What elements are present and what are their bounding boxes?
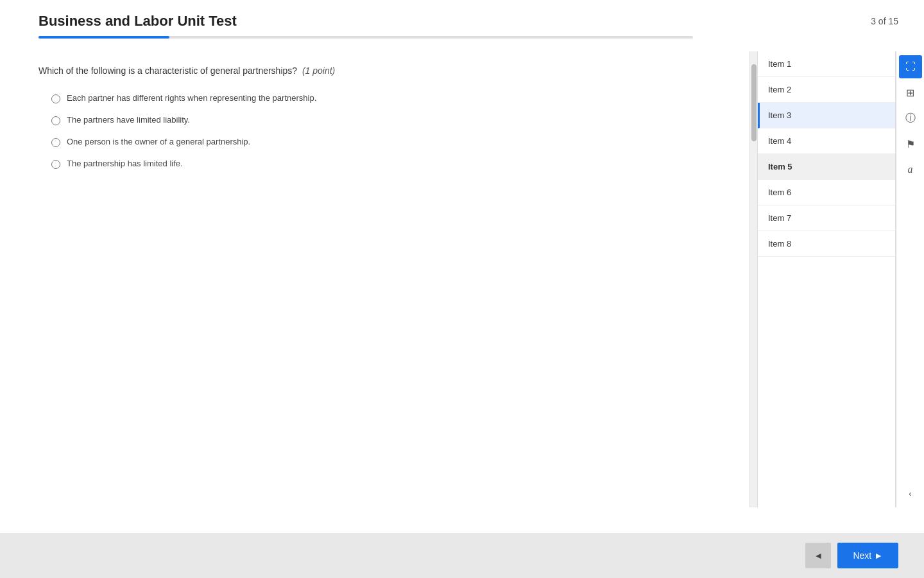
next-button[interactable]: Next ► [837,543,898,568]
scroll-thumb[interactable] [751,64,757,141]
main-content: Which of the following is a characterist… [0,51,924,507]
option-4-text: The partnership has limited life. [67,159,183,168]
progress-bar-container [38,36,693,39]
option-3-text: One person is the owner of a general par… [67,137,250,146]
item-5-label: Item 5 [768,162,792,171]
item-2-label: Item 2 [768,85,791,94]
item-7-label: Item 7 [768,213,791,223]
item-row-6[interactable]: Item 6 [758,180,895,206]
list-item: The partnership has limited life. [51,159,737,169]
items-list: Item 1 Item 2 Item 3 Item 4 Item 5 Item … [758,51,896,507]
info-circle-icon[interactable]: ⓘ [899,107,922,130]
collapse-panel-icon[interactable]: ‹ [899,482,922,505]
progress-bar-fill [38,36,169,39]
item-row-3[interactable]: Item 3 [758,103,895,128]
option-4-radio[interactable] [51,160,60,169]
list-item: The partners have limited liability. [51,115,737,125]
item-row-4[interactable]: Item 4 [758,128,895,154]
options-list: Each partner has different rights when r… [38,93,737,169]
expand-icon[interactable]: ⛶ [899,55,922,78]
option-2-text: The partners have limited liability. [67,115,190,125]
option-3-radio[interactable] [51,138,60,147]
question-body: Which of the following is a characterist… [38,66,297,76]
question-text: Which of the following is a characterist… [38,64,737,78]
progress-text: 3 of 15 [871,16,898,26]
item-3-label: Item 3 [768,110,791,120]
right-panel: Item 1 Item 2 Item 3 Item 4 Item 5 Item … [757,51,924,507]
footer: ◄ Next ► [0,533,924,578]
item-row-2[interactable]: Item 2 [758,77,895,103]
list-item: Each partner has different rights when r… [51,93,737,103]
list-item: One person is the owner of a general par… [51,137,737,147]
icon-toolbar: ⛶ ⊞ ⓘ ⚑ a ‹ [896,51,924,507]
flag-icon[interactable]: ⚑ [899,132,922,155]
item-row-8[interactable]: Item 8 [758,231,895,257]
next-label: Next ► [853,550,883,561]
option-1-radio[interactable] [51,94,60,103]
page-title: Business and Labor Unit Test [38,13,237,30]
item-row-1[interactable]: Item 1 [758,51,895,77]
option-1-text: Each partner has different rights when r… [67,93,316,103]
italic-icon[interactable]: a [899,158,922,181]
grid-icon[interactable]: ⊞ [899,81,922,104]
item-4-label: Item 4 [768,136,791,146]
back-button[interactable]: ◄ [805,543,831,568]
item-row-5[interactable]: Item 5 [758,154,895,180]
item-8-label: Item 8 [768,239,791,249]
question-area: Which of the following is a characterist… [0,51,749,507]
item-1-label: Item 1 [768,59,791,69]
item-6-label: Item 6 [768,188,791,197]
scroll-track[interactable] [749,51,757,507]
question-points: (1 point) [302,66,335,76]
item-row-7[interactable]: Item 7 [758,206,895,231]
header: Business and Labor Unit Test 3 of 15 [0,0,924,30]
option-2-radio[interactable] [51,116,60,125]
